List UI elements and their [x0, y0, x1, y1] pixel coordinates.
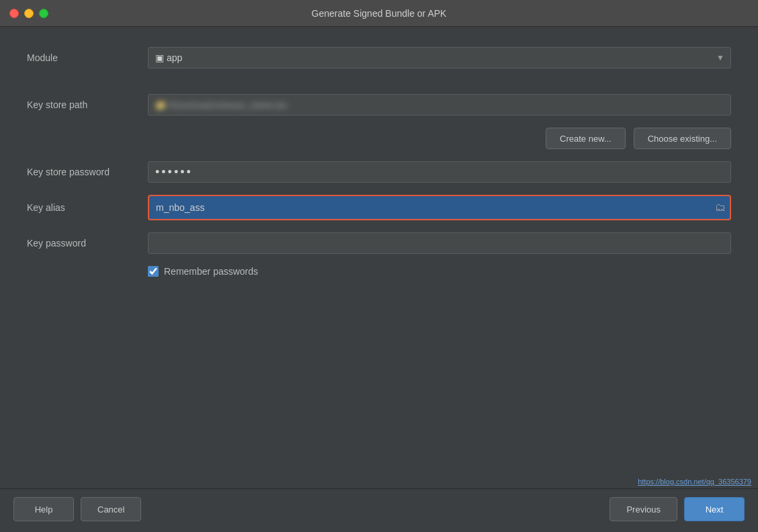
traffic-lights [9, 9, 48, 18]
footer: Help Cancel Previous Next [0, 488, 758, 532]
minimize-button[interactable] [24, 9, 34, 18]
key-password-label: Key password [27, 238, 148, 249]
maximize-button[interactable] [39, 9, 48, 18]
key-alias-input[interactable] [148, 195, 731, 220]
key-password-input[interactable] [148, 232, 731, 254]
previous-button[interactable]: Previous [609, 497, 677, 521]
url-text: https://blog.csdn.net/qq_36356379 [638, 478, 751, 486]
key-alias-row: Key alias 🗂 [27, 195, 731, 220]
module-select-wrapper: ▣ app ▼ [148, 47, 731, 69]
close-button[interactable] [9, 9, 19, 18]
help-button[interactable]: Help [13, 497, 74, 521]
dialog-body: Module ▣ app ▼ Key store path 📁 /Downloa… [0, 27, 758, 476]
remember-passwords-label[interactable]: Remember passwords [164, 266, 258, 277]
next-button[interactable]: Next [684, 497, 745, 521]
key-alias-folder-icon[interactable]: 🗂 [715, 202, 726, 214]
keystore-password-input[interactable] [148, 161, 731, 183]
key-password-row: Key password [27, 232, 731, 254]
url-bar: https://blog.csdn.net/qq_36356379 [0, 476, 758, 488]
remember-passwords-checkbox[interactable] [148, 266, 159, 277]
spacer-1 [27, 81, 731, 94]
window-title: Generate Signed Bundle or APK [312, 8, 447, 19]
choose-existing-button[interactable]: Choose existing... [634, 128, 731, 149]
keystore-password-row: Key store password [27, 161, 731, 183]
footer-left-buttons: Help Cancel [13, 497, 141, 521]
module-select[interactable]: ▣ app [148, 47, 731, 69]
module-label: Module [27, 52, 148, 63]
keystore-path-display[interactable]: 📁 /Downloads/release_starter.jks [148, 94, 731, 116]
create-new-button[interactable]: Create new... [546, 128, 626, 149]
module-row: Module ▣ app ▼ [27, 47, 731, 69]
keystore-path-value: 📁 /Downloads/release_starter.jks [155, 100, 288, 110]
key-alias-label: Key alias [27, 202, 148, 213]
footer-right-buttons: Previous Next [609, 497, 745, 521]
main-spacer [27, 290, 731, 463]
keystore-buttons-row: Create new... Choose existing... [27, 128, 731, 149]
keystore-path-label: Key store path [27, 99, 148, 110]
keystore-password-label: Key store password [27, 167, 148, 177]
title-bar: Generate Signed Bundle or APK [0, 0, 758, 27]
cancel-button[interactable]: Cancel [81, 497, 141, 521]
keystore-path-row: Key store path 📁 /Downloads/release_star… [27, 94, 731, 116]
remember-passwords-row: Remember passwords [27, 266, 731, 277]
key-alias-input-wrapper: 🗂 [148, 195, 731, 220]
